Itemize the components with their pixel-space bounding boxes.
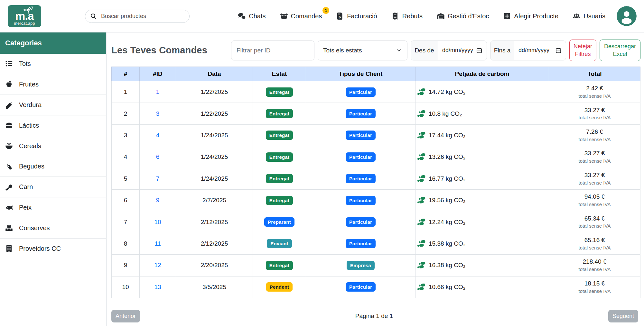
order-id-link[interactable]: 3 — [156, 110, 160, 117]
client-type-badge: Particular — [346, 131, 376, 140]
sidebar-item-peix[interactable]: Peix — [0, 197, 106, 218]
shoe-prints-icon — [417, 240, 425, 247]
client-type-badge: Particular — [346, 109, 376, 118]
nav-item-rebuts[interactable]: Rebuts — [391, 12, 423, 20]
bowl-icon — [5, 142, 13, 150]
next-page-button[interactable]: Següent — [608, 310, 638, 322]
search-input[interactable] — [100, 13, 185, 20]
date-to-input[interactable]: dd/mm/yyyy — [514, 41, 566, 60]
date-from-input[interactable]: dd/mm/yyyy — [438, 41, 487, 60]
calendar-icon[interactable] — [555, 47, 562, 54]
carbon-value: 16.77 kg CO₂ — [429, 175, 465, 182]
carbon-footprint: 13.26 kg CO₂ — [417, 153, 547, 160]
shoe-prints-icon — [417, 262, 425, 269]
client-type-badge: Particular — [346, 152, 376, 162]
sidebar-item-fruites[interactable]: Fruites — [0, 74, 106, 95]
users-icon — [573, 12, 581, 20]
filter-controls: Tots els estats Des de dd/mm/yyyy Fins a… — [231, 40, 640, 61]
status-badge: Enviant — [267, 239, 292, 248]
row-number: 1 — [112, 81, 140, 103]
sidebar-item-label: Proveidors CC — [19, 245, 61, 252]
filter-id-input[interactable] — [231, 41, 314, 60]
categories-sidebar: Categories Tots Fruites Verdura Làctics … — [0, 32, 107, 326]
receipt-icon — [391, 12, 399, 20]
nav-item-label: Chats — [249, 13, 266, 20]
order-date: 1/22/2025 — [176, 81, 253, 103]
order-id-link[interactable]: 4 — [156, 132, 160, 139]
order-id-link[interactable]: 10 — [154, 219, 161, 225]
status-badge: Preparant — [264, 217, 294, 227]
carbon-value: 19.56 kg CO₂ — [429, 197, 465, 204]
nav-item-afegir-producte[interactable]: Afegir Producte — [503, 12, 558, 20]
column-header-data: Data — [176, 67, 253, 81]
app-logo[interactable]: m.a mercat.app — [8, 5, 41, 27]
order-id-link[interactable]: 9 — [156, 197, 160, 204]
product-search — [85, 10, 190, 23]
download-excel-button[interactable]: Descarregar Excel — [600, 40, 640, 61]
page-title: Les Teves Comandes — [111, 45, 207, 56]
order-row: 2 3 1/22/2025 Entregat Particular 10.8 k… — [112, 103, 640, 124]
status-select[interactable]: Tots els estats — [318, 41, 407, 60]
notification-badge: 1 — [322, 7, 329, 14]
sidebar-item-cereals[interactable]: Cereals — [0, 136, 106, 157]
sidebar-item-carn[interactable]: Carn — [0, 177, 106, 197]
nav-item-facturacio[interactable]: Facturació — [336, 12, 377, 20]
carbon-footprint: 19.56 kg CO₂ — [417, 197, 547, 204]
list-icon — [5, 60, 13, 68]
sidebar-item-tots[interactable]: Tots — [0, 54, 106, 74]
square-plus-icon — [503, 12, 511, 20]
invoice-dollar-icon — [336, 12, 344, 20]
sidebar-item-proveidors-cc[interactable]: Proveidors CC — [0, 239, 106, 259]
total-note: total sense IVA — [551, 266, 638, 273]
nav-item-chats[interactable]: Chats — [238, 12, 266, 20]
sidebar-item-begudes[interactable]: Begudes — [0, 156, 106, 177]
status-badge: Entregat — [266, 152, 293, 162]
order-total: 2.42 € — [551, 85, 638, 92]
row-number: 3 — [112, 124, 140, 146]
carbon-value: 14.72 kg CO₂ — [429, 88, 465, 95]
sidebar-item-label: Làctics — [19, 122, 39, 129]
row-number: 2 — [112, 103, 140, 124]
order-id-link[interactable]: 7 — [156, 175, 160, 182]
column-header-tipus-de-client: Tipus de Client — [306, 67, 415, 81]
order-total: 7.26 € — [551, 128, 638, 136]
carrot-icon — [5, 101, 13, 109]
order-id-link[interactable]: 1 — [156, 88, 160, 95]
status-badge: Entregat — [266, 87, 293, 97]
status-badge: Entregat — [266, 109, 293, 118]
order-row: 9 12 2/20/2025 Entregat Empresa 16.38 kg… — [112, 255, 640, 276]
topbar: m.a mercat.app Chats Comandes 1 Facturac… — [0, 0, 644, 32]
nav-item-gestio-d-estoc[interactable]: Gestió d'Estoc — [437, 12, 489, 20]
client-type-badge: Particular — [346, 174, 376, 183]
previous-page-button[interactable]: Anterior — [111, 310, 140, 322]
total-note: total sense IVA — [551, 136, 638, 143]
nav-item-usuaris[interactable]: Usuaris — [573, 12, 605, 20]
order-id-link[interactable]: 11 — [154, 240, 161, 247]
nav-item-comandes[interactable]: Comandes 1 — [280, 12, 322, 20]
order-id-link[interactable]: 12 — [154, 262, 161, 268]
sidebar-item-verdura[interactable]: Verdura — [0, 95, 106, 115]
sidebar-item-label: Cereals — [19, 142, 41, 150]
order-id-link[interactable]: 13 — [154, 284, 161, 290]
order-id-link[interactable]: 6 — [156, 153, 160, 160]
orders-toolbar: Les Teves Comandes Tots els estats Des d… — [111, 40, 640, 61]
calendar-icon[interactable] — [476, 47, 482, 54]
clear-filters-button[interactable]: Netejar Filtres — [569, 40, 596, 61]
carbon-footprint: 17.44 kg CO₂ — [417, 132, 547, 139]
date-to-value: dd/mm/yyyy — [518, 47, 549, 54]
user-avatar-icon[interactable] — [617, 6, 637, 26]
row-number: 5 — [112, 168, 140, 189]
building-icon — [5, 245, 13, 252]
column-header-num: # — [112, 67, 140, 81]
status-badge: Entregat — [266, 196, 293, 205]
row-number: 7 — [112, 211, 140, 233]
order-row: 5 7 1/24/2025 Entregat Particular 16.77 … — [112, 168, 640, 189]
sidebar-item-conserves[interactable]: Conserves — [0, 218, 106, 239]
order-date: 1/24/2025 — [176, 168, 253, 189]
sidebar-item-lactics[interactable]: Làctics — [0, 115, 106, 136]
shoe-prints-icon — [417, 197, 425, 204]
column-header-estat: Estat — [253, 67, 306, 81]
row-number: 9 — [112, 255, 140, 276]
nav-item-label: Facturació — [347, 13, 377, 20]
nav-item-label: Afegir Producte — [514, 13, 558, 20]
